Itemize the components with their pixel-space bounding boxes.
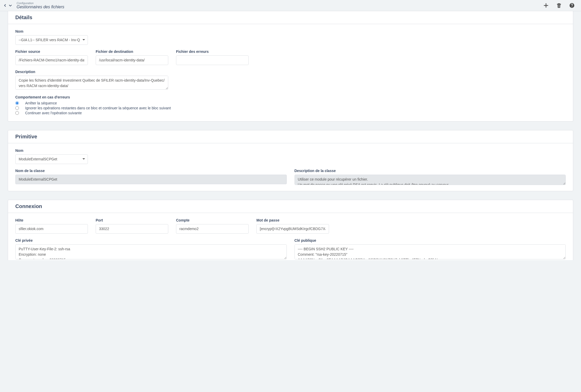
header-actions bbox=[543, 3, 575, 8]
password-input[interactable] bbox=[256, 224, 329, 234]
host-label: Hôte bbox=[15, 218, 88, 222]
name-select[interactable]: --GIA L1-- SFILER vers RACM - Inv-Quebec bbox=[15, 35, 88, 45]
primitive-title: Primitive bbox=[15, 134, 566, 140]
error-behavior-ignore-label[interactable]: Ignorer les opérations restantes dans ce… bbox=[25, 106, 171, 110]
account-label: Compte bbox=[176, 218, 249, 222]
account-input[interactable] bbox=[176, 224, 249, 234]
class-description-textarea bbox=[295, 175, 566, 185]
error-behavior-continue-radio[interactable] bbox=[15, 111, 19, 115]
connection-title: Connexion bbox=[15, 203, 566, 209]
error-behavior-label: Comportement en cas d'erreurs bbox=[15, 95, 566, 99]
primitive-card: Primitive Nom ModuleExternalSCPGet Nom d… bbox=[8, 130, 573, 191]
primitive-body: Nom ModuleExternalSCPGet Nom de la class… bbox=[8, 143, 573, 191]
primitive-header: Primitive bbox=[8, 130, 573, 143]
description-textarea[interactable] bbox=[15, 76, 168, 90]
details-title: Détails bbox=[15, 15, 566, 20]
add-icon[interactable] bbox=[543, 3, 549, 8]
name-label: Nom bbox=[15, 29, 88, 33]
details-body: Nom --GIA L1-- SFILER vers RACM - Inv-Qu… bbox=[8, 24, 573, 121]
password-label: Mot de passe bbox=[256, 218, 329, 222]
connection-card: Connexion Hôte Port Compte Mot de passe bbox=[8, 200, 573, 260]
port-label: Port bbox=[96, 218, 168, 222]
primitive-name-select[interactable]: ModuleExternalSCPGet bbox=[15, 154, 88, 164]
content: Détails Nom --GIA L1-- SFILER vers RACM … bbox=[0, 11, 581, 268]
destination-input[interactable] bbox=[96, 55, 168, 65]
public-key-label: Clé publique bbox=[295, 238, 566, 243]
private-key-textarea[interactable] bbox=[15, 244, 287, 259]
source-label: Fichier source bbox=[15, 49, 88, 54]
error-behavior-group: Arrêter la séquence Ignorer les opératio… bbox=[15, 101, 566, 115]
errors-file-input[interactable] bbox=[176, 55, 249, 65]
details-card: Détails Nom --GIA L1-- SFILER vers RACM … bbox=[8, 11, 573, 122]
destination-label: Fichier de destination bbox=[96, 49, 168, 54]
host-input[interactable] bbox=[15, 224, 88, 234]
header-titles: Configuration Gestionnaires des fichiers bbox=[17, 2, 64, 9]
error-behavior-stop-label[interactable]: Arrêter la séquence bbox=[25, 101, 57, 105]
back-icon[interactable] bbox=[3, 3, 8, 8]
page-title: Gestionnaires des fichiers bbox=[17, 5, 64, 9]
details-header: Détails bbox=[8, 11, 573, 24]
description-label: Description bbox=[15, 70, 168, 74]
class-name-label: Nom de la classe bbox=[15, 169, 287, 173]
nav-icons bbox=[3, 3, 16, 8]
errors-file-label: Fichier des erreurs bbox=[176, 49, 249, 54]
dropdown-icon[interactable] bbox=[8, 3, 13, 8]
private-key-label: Clé privée bbox=[15, 238, 287, 243]
class-description-label: Description de la classe bbox=[295, 169, 566, 173]
error-behavior-ignore-radio[interactable] bbox=[15, 106, 19, 110]
page-header: Configuration Gestionnaires des fichiers bbox=[0, 0, 581, 11]
error-behavior-stop-radio[interactable] bbox=[15, 101, 19, 105]
connection-header: Connexion bbox=[8, 200, 573, 213]
port-input[interactable] bbox=[96, 224, 168, 234]
class-name-input bbox=[15, 175, 287, 184]
header-left: Configuration Gestionnaires des fichiers bbox=[3, 2, 64, 9]
error-behavior-continue-label[interactable]: Continuer avec l'opération suivante bbox=[25, 111, 82, 115]
breadcrumb: Configuration bbox=[17, 2, 64, 5]
help-icon[interactable] bbox=[569, 3, 575, 8]
connection-body: Hôte Port Compte Mot de passe bbox=[8, 213, 573, 260]
public-key-textarea[interactable] bbox=[295, 244, 566, 259]
primitive-name-label: Nom bbox=[15, 148, 88, 153]
source-input[interactable] bbox=[15, 55, 88, 65]
delete-icon[interactable] bbox=[556, 3, 562, 8]
